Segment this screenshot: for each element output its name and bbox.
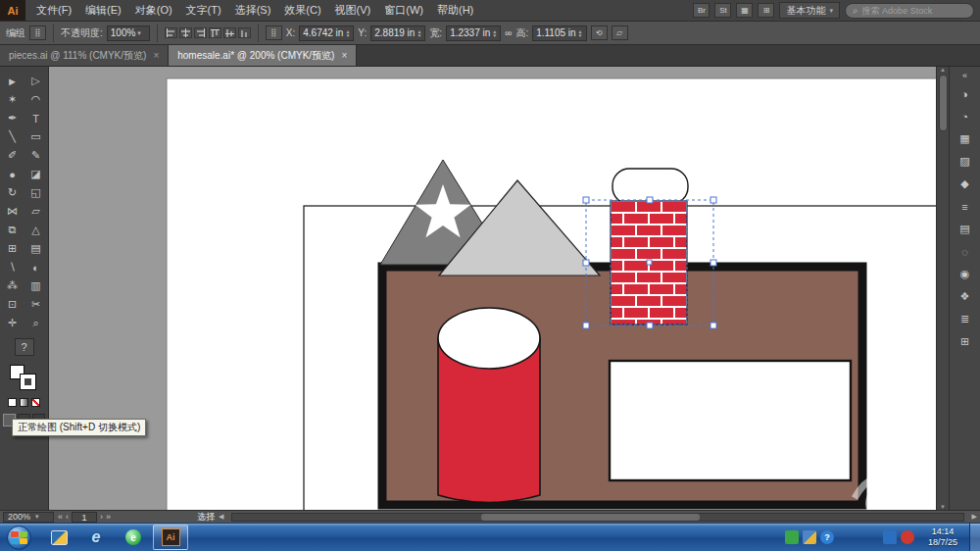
tray-green-icon[interactable] <box>785 530 799 544</box>
tray-blue-icon[interactable] <box>883 530 897 544</box>
swatches-panel-icon[interactable]: ▦ <box>954 127 977 150</box>
taskbar-item-photos[interactable] <box>41 525 76 550</box>
perspective-grid-tool[interactable]: △ <box>24 221 48 239</box>
stepper-icon[interactable]: ▲▼ <box>492 29 497 37</box>
none-button[interactable] <box>31 398 40 407</box>
symbol-sprayer-tool[interactable]: ⁂ <box>1 276 24 295</box>
gradient-panel-icon[interactable]: ▤ <box>954 218 977 240</box>
tab-pieces[interactable]: pieces.ai @ 111% (CMYK/预览) × <box>0 45 169 66</box>
canvas-area[interactable] <box>49 67 936 510</box>
close-icon[interactable]: × <box>341 50 347 61</box>
brushes-panel-icon[interactable]: ▨ <box>954 150 977 173</box>
gradient-tool[interactable]: ▤ <box>24 239 48 258</box>
mesh-tool[interactable]: ⊞ <box>1 239 24 258</box>
last-artboard-button[interactable]: » <box>106 512 111 522</box>
stroke-swatch[interactable] <box>21 375 35 389</box>
tray-red-icon[interactable] <box>901 530 914 544</box>
gradient-button[interactable] <box>20 398 28 407</box>
taskbar-item-browser[interactable]: e <box>116 525 151 550</box>
color-guide-panel-icon[interactable]: ◔ <box>954 105 977 127</box>
align-top-button[interactable] <box>209 27 221 38</box>
menu-file[interactable]: 文件(F) <box>29 0 78 22</box>
scroll-right-icon[interactable]: ▶ <box>972 513 977 521</box>
menu-type[interactable]: 文字(T) <box>179 0 228 22</box>
reference-point-selector[interactable]: ⣿ <box>266 25 282 40</box>
direct-selection-tool[interactable]: ▷ <box>24 72 48 90</box>
y-input[interactable]: 2.8819 in ▲▼ <box>370 25 425 41</box>
selection-tool[interactable]: ► <box>1 72 24 90</box>
lasso-tool[interactable]: ◠ <box>24 90 48 109</box>
tab-homesale[interactable]: homesale.ai* @ 200% (CMYK/预览) × <box>169 45 357 66</box>
width-input[interactable]: 1.2337 in ▲▼ <box>446 25 501 41</box>
tray-help-icon[interactable]: ? <box>820 530 834 544</box>
selection-handle[interactable] <box>583 197 589 203</box>
tile-documents-icon[interactable]: ⊞ <box>758 3 774 18</box>
column-graph-tool[interactable]: ▥ <box>24 276 48 295</box>
blob-brush-tool[interactable]: ● <box>1 165 24 183</box>
eyedropper-tool[interactable]: ∖ <box>1 258 24 276</box>
width-tool[interactable]: ⋈ <box>1 202 24 221</box>
zoom-tool[interactable]: ⌕ <box>24 314 48 332</box>
artboard-tool[interactable]: ⊡ <box>1 295 24 314</box>
stock-search-box[interactable]: ⌕ <box>845 3 974 19</box>
vertical-scroll-thumb[interactable] <box>939 75 948 131</box>
blend-tool[interactable]: ◐ <box>24 258 48 276</box>
line-segment-tool[interactable]: ╲ <box>1 127 24 146</box>
magic-wand-tool[interactable]: ✶ <box>1 90 24 109</box>
graphic-styles-panel-icon[interactable]: ❖ <box>954 285 977 308</box>
arrange-documents-icon[interactable]: ▦ <box>736 3 753 18</box>
taskbar-item-illustrator[interactable]: Ai <box>153 525 188 550</box>
window-rectangle[interactable] <box>610 361 851 480</box>
horizontal-scrollbar[interactable] <box>231 513 963 522</box>
fill-stroke-widget[interactable] <box>8 364 41 393</box>
menu-select[interactable]: 选择(S) <box>228 0 278 22</box>
transparency-panel-icon[interactable]: ◌ <box>954 240 977 263</box>
rotate-icon[interactable]: ⟲ <box>591 25 608 40</box>
slice-tool[interactable]: ✂ <box>24 295 48 314</box>
selection-handle[interactable] <box>710 260 716 266</box>
constrain-proportions-icon[interactable]: ∞ <box>505 27 512 38</box>
layers-panel-icon[interactable]: ≣ <box>954 308 977 330</box>
opacity-input[interactable]: 100% ▾ <box>107 25 150 41</box>
eraser-tool[interactable]: ◪ <box>24 165 48 183</box>
search-input[interactable] <box>862 6 966 16</box>
expand-panels-icon[interactable]: « <box>954 69 977 82</box>
selection-handle[interactable] <box>710 323 716 328</box>
vertical-scrollbar[interactable]: ▲ ▼ <box>936 67 949 510</box>
previous-artboard-button[interactable]: ‹ <box>66 512 69 522</box>
tray-photo-icon[interactable] <box>803 530 816 544</box>
selection-handle[interactable] <box>583 260 589 266</box>
scale-tool[interactable]: ◱ <box>24 183 48 202</box>
pencil-tool[interactable]: ✎ <box>24 146 48 165</box>
paintbrush-tool[interactable]: ✐ <box>1 146 24 165</box>
stepper-icon[interactable]: ▲▼ <box>578 29 583 37</box>
shape-builder-tool[interactable]: ⧉ <box>1 221 24 239</box>
anchor-convert-icon[interactable]: ⣿ <box>29 25 46 40</box>
align-left-button[interactable] <box>165 27 177 38</box>
scroll-down-icon[interactable]: ▼ <box>940 504 946 510</box>
stepper-icon[interactable]: ▲▼ <box>345 29 350 37</box>
align-middle-button[interactable] <box>223 27 236 38</box>
first-artboard-button[interactable]: « <box>58 512 63 522</box>
start-button[interactable] <box>7 526 31 550</box>
selection-handle[interactable] <box>583 323 589 328</box>
color-panel-icon[interactable]: ◑ <box>954 82 977 105</box>
scroll-left-icon[interactable]: ◀ <box>219 513 223 521</box>
pen-tool[interactable]: ✒ <box>1 109 24 127</box>
selection-handle[interactable] <box>647 323 653 328</box>
align-center-button[interactable] <box>179 27 192 38</box>
color-button[interactable] <box>8 398 17 407</box>
menu-view[interactable]: 视图(V) <box>328 0 378 22</box>
cylinder-top-ellipse[interactable] <box>438 308 540 369</box>
scroll-up-icon[interactable]: ▲ <box>940 67 946 73</box>
hand-tool[interactable]: ✛ <box>1 314 24 332</box>
next-artboard-button[interactable]: › <box>100 512 103 522</box>
align-right-button[interactable] <box>194 27 207 38</box>
artboards-panel-icon[interactable]: ⊞ <box>954 330 977 353</box>
horizontal-scroll-thumb[interactable] <box>481 514 701 521</box>
shear-icon[interactable]: ▱ <box>612 25 628 40</box>
menu-help[interactable]: 帮助(H) <box>430 0 480 22</box>
height-input[interactable]: 1.1105 in ▲▼ <box>532 25 586 41</box>
show-desktop-button[interactable] <box>969 524 980 551</box>
rectangle-tool[interactable]: ▭ <box>24 127 48 146</box>
